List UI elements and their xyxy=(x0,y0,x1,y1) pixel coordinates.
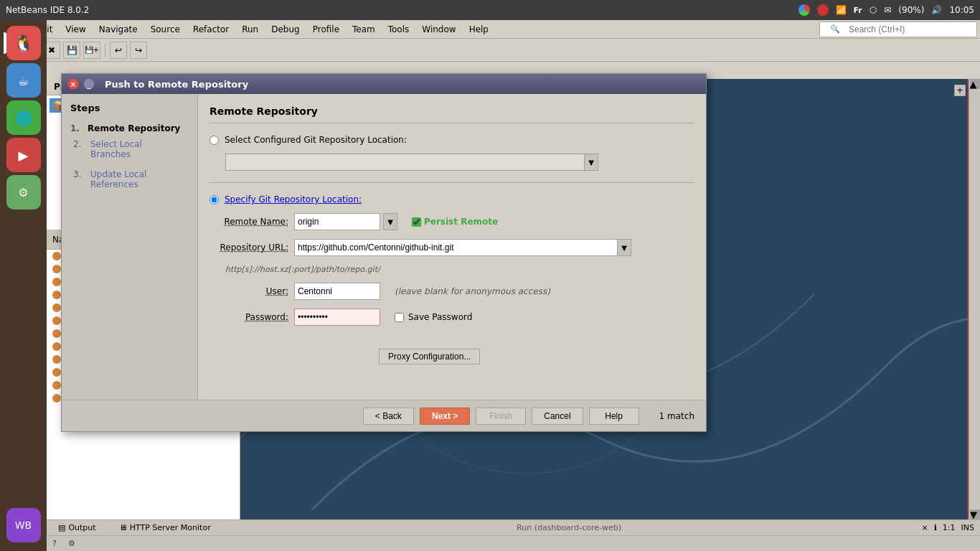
url-hint: http[s]://host.xz[:port]/path/to/repo.gi… xyxy=(209,265,694,274)
close-circle-icon xyxy=(817,4,829,16)
app-icon-dev[interactable]: ⚙ xyxy=(6,175,41,209)
persist-remote-checkbox[interactable] xyxy=(412,217,421,227)
password-input[interactable] xyxy=(294,309,380,326)
password-label: Password: xyxy=(209,312,288,322)
menu-tools[interactable]: Tools xyxy=(382,23,415,36)
user-input[interactable] xyxy=(294,283,380,300)
step-3-label: Update LocalReferences xyxy=(90,169,146,189)
dialog-footer: < Back Next > Finish Cancel Help 1 match xyxy=(62,400,706,431)
configured-dropdown-row: ▼ xyxy=(209,154,694,171)
menu-profile[interactable]: Profile xyxy=(307,23,345,36)
specify-location-radio[interactable] xyxy=(209,195,219,204)
remote-name-dropdown-btn[interactable]: ▼ xyxy=(383,213,397,230)
steps-panel: Steps 1. Remote Repository 2. Select Loc… xyxy=(62,94,198,400)
app-title: NetBeans IDE 8.0.2 xyxy=(6,5,89,15)
menu-debug[interactable]: Debug xyxy=(265,23,305,36)
steps-heading: Steps xyxy=(70,103,189,113)
save-btn[interactable]: 💾 xyxy=(63,42,80,59)
bluetooth-icon: ⬡ xyxy=(870,5,877,15)
select-configured-label: Select Configured Git Repository Locatio… xyxy=(225,135,407,145)
configured-repo-input[interactable] xyxy=(225,154,584,171)
ubuntu-logo[interactable]: 🐧 xyxy=(6,26,41,60)
specify-location-label: Specify Git Repository Location: xyxy=(225,194,362,204)
step-1-number: 1. xyxy=(70,123,83,133)
finish-button[interactable]: Finish xyxy=(476,408,526,425)
dialog-close-btn[interactable]: × xyxy=(67,78,79,90)
chrome-icon xyxy=(798,4,810,16)
configured-repo-dropdown-btn[interactable]: ▼ xyxy=(584,154,598,171)
step-2-number: 2. xyxy=(73,139,86,149)
user-label: User: xyxy=(209,286,288,296)
battery-text: (90%) xyxy=(898,5,924,15)
dialog-body: Steps 1. Remote Repository 2. Select Loc… xyxy=(62,94,706,400)
menu-bar: File Edit View Navigate Source Refactor … xyxy=(0,20,980,39)
step-1-label: Remote Repository xyxy=(88,123,180,133)
save-password-label: Save Password xyxy=(408,312,472,322)
match-count: 1 match xyxy=(659,411,694,421)
push-to-remote-dialog: × _ Push to Remote Repository Steps 1. R… xyxy=(61,73,707,432)
password-row: Password: Save Password xyxy=(209,309,694,326)
system-bar-right: 📶 Fr ⬡ ✉ (90%) 🔊 10:05 xyxy=(798,4,974,16)
app-icon-workbench[interactable]: WB xyxy=(6,508,41,542)
fr-badge: Fr xyxy=(854,6,862,15)
menu-run[interactable]: Run xyxy=(236,23,264,36)
menu-window[interactable]: Window xyxy=(416,23,461,36)
netbeans-window: File Edit View Navigate Source Refactor … xyxy=(0,20,980,551)
search-input[interactable] xyxy=(849,24,972,34)
step-2: 2. Select LocalBranches xyxy=(70,136,189,162)
menu-refactor[interactable]: Refactor xyxy=(187,23,235,36)
repo-url-input[interactable] xyxy=(294,239,617,256)
app-icon-netbeans[interactable]: ☕ xyxy=(6,63,41,98)
dialog-min-btn[interactable]: _ xyxy=(83,78,95,90)
app-icon-browser[interactable]: 🌐 xyxy=(6,100,41,135)
repo-url-combo: ▼ xyxy=(294,239,631,256)
persist-remote-check: Persist Remote xyxy=(412,217,498,227)
wifi-icon: 📶 xyxy=(836,5,847,15)
mail-icon: ✉ xyxy=(884,5,891,15)
search-box[interactable]: 🔍 xyxy=(819,22,977,37)
select-configured-radio[interactable] xyxy=(209,136,219,145)
search-icon: 🔍 xyxy=(824,23,846,35)
repo-url-dropdown-btn[interactable]: ▼ xyxy=(617,239,631,256)
remote-name-row: Remote Name: ▼ Persist Remote xyxy=(209,213,694,230)
remote-name-input[interactable] xyxy=(294,213,380,230)
status-bar: ? ⚙ xyxy=(47,535,980,551)
menu-view[interactable]: View xyxy=(60,23,91,36)
app-icon-vlc[interactable]: ▶ xyxy=(6,138,41,172)
step-1: 1. Remote Repository xyxy=(70,121,189,136)
separator xyxy=(105,43,105,57)
undo-btn[interactable]: ↩ xyxy=(110,42,127,59)
specify-location-row: Specify Git Repository Location: xyxy=(209,194,694,204)
content-panel: Remote Repository Select Configured Git … xyxy=(198,94,706,400)
cancel-button[interactable]: Cancel xyxy=(532,408,583,425)
remote-name-label: Remote Name: xyxy=(209,217,288,227)
dialog-overlay: × _ Push to Remote Repository Steps 1. R… xyxy=(47,59,980,529)
menu-help[interactable]: Help xyxy=(463,23,494,36)
menu-navigate[interactable]: Navigate xyxy=(93,23,143,36)
dialog-titlebar: × _ Push to Remote Repository xyxy=(62,74,706,94)
select-configured-row: Select Configured Git Repository Locatio… xyxy=(209,135,694,145)
redo-btn[interactable]: ↪ xyxy=(130,42,147,59)
save-all-btn[interactable]: 💾+ xyxy=(83,42,100,59)
settings-icon[interactable]: ⚙ xyxy=(68,539,75,548)
menu-team[interactable]: Team xyxy=(347,23,381,36)
back-button[interactable]: < Back xyxy=(363,408,414,425)
persist-remote-label: Persist Remote xyxy=(424,217,498,227)
separator-1 xyxy=(209,182,694,183)
content-title: Remote Repository xyxy=(209,105,694,123)
step-2-label: Select LocalBranches xyxy=(90,139,142,159)
proxy-config-btn[interactable]: Proxy Configuration... xyxy=(379,349,480,364)
configured-dropdown: ▼ xyxy=(225,154,598,171)
repository-url-label: Repository URL: xyxy=(209,242,288,253)
step-3: 3. Update LocalReferences xyxy=(70,166,189,192)
repository-url-row: Repository URL: ▼ xyxy=(209,239,694,256)
help-button[interactable]: Help xyxy=(589,408,639,425)
next-button[interactable]: Next > xyxy=(420,408,470,425)
menu-source[interactable]: Source xyxy=(145,23,186,36)
ubuntu-sidebar: 🐧 ☕ 🌐 ▶ ⚙ WB xyxy=(0,20,47,551)
dialog-title: Push to Remote Repository xyxy=(105,79,248,90)
save-password-checkbox[interactable] xyxy=(395,313,404,322)
user-row: User: (leave blank for anonymous access) xyxy=(209,283,694,300)
help-icon[interactable]: ? xyxy=(52,539,57,548)
system-bar-left: NetBeans IDE 8.0.2 xyxy=(6,5,89,15)
